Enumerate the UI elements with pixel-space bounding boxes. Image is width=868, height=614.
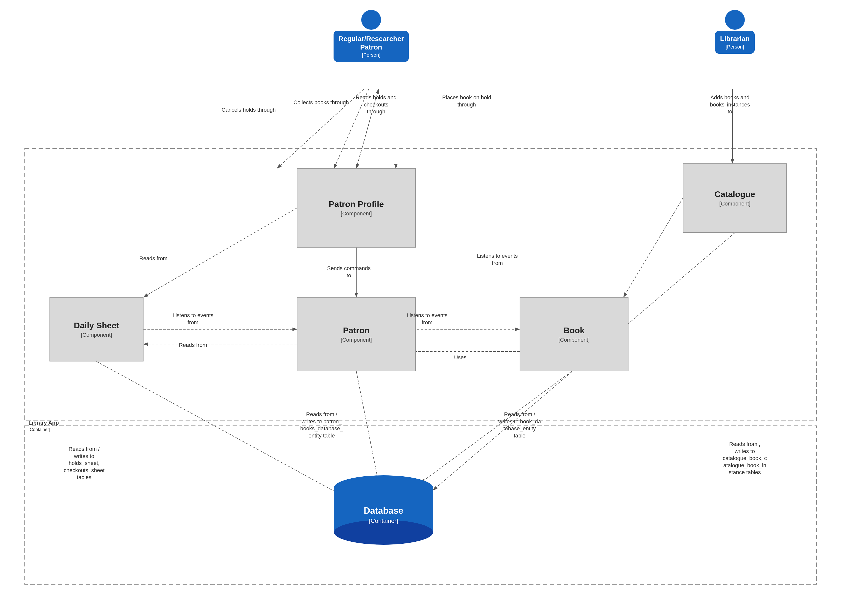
reads-writes-catalogue-label: Reads from ,writes tocatalogue_book, cat…: [708, 441, 782, 476]
library-app-label: Library App [Container]: [28, 420, 59, 432]
adds-books-label: Adds books andbooks' instancesto: [698, 94, 762, 115]
sends-commands-label: Sends commandsto: [322, 265, 376, 279]
library-app-title: Library App: [28, 420, 59, 426]
diagram-container: Regular/Researcher Patron [Person] Libra…: [0, 0, 868, 614]
librarian-person: Librarian [Person]: [708, 10, 762, 54]
librarian-type: [Person]: [720, 44, 750, 50]
database-shape: Database [Container]: [334, 476, 433, 555]
reads-from-patron-label: Reads from: [168, 342, 218, 349]
patron-name: Regular/Researcher Patron: [338, 35, 404, 51]
listens-events-book-label: Listens to eventsfrom: [465, 253, 530, 267]
patron-profile-name: Patron Profile: [329, 199, 384, 209]
svg-line-12: [623, 198, 683, 297]
places-hold-label: Places book on hold through: [437, 94, 496, 108]
patron-component: Patron [Component]: [297, 297, 416, 372]
cancels-holds-label: Cancels holds through: [220, 106, 277, 113]
catalogue-name: Catalogue: [715, 190, 755, 199]
patron-profile-type: [Component]: [341, 210, 372, 217]
daily-sheet-component: Daily Sheet [Component]: [50, 297, 144, 361]
reads-writes-book-label: Reads from /writes to book_database_enti…: [485, 411, 554, 439]
book-component: Book [Component]: [519, 297, 628, 372]
svg-text:Database: Database: [364, 505, 403, 516]
daily-sheet-name: Daily Sheet: [74, 320, 119, 330]
patron-person: Regular/Researcher Patron [Person]: [341, 10, 401, 62]
svg-line-10: [144, 208, 297, 297]
daily-sheet-type: [Component]: [81, 332, 112, 338]
book-name: Book: [564, 326, 585, 335]
reads-writes-holds-label: Reads from /writes toholds_sheet,checkou…: [50, 446, 119, 481]
reads-writes-patron-books-label: Reads from /writes to patron_books_datab…: [287, 411, 356, 439]
catalogue-component: Catalogue [Component]: [683, 163, 787, 233]
svg-line-17: [356, 372, 378, 483]
uses-label: Uses: [440, 354, 480, 361]
librarian-name: Librarian: [720, 35, 750, 43]
library-app-sublabel: [Container]: [28, 427, 50, 432]
reads-holds-label: Reads holds andcheckoutsthrough: [344, 94, 408, 115]
patron-comp-type: [Component]: [341, 337, 372, 343]
patron-profile-component: Patron Profile [Component]: [297, 168, 416, 247]
patron-comp-name: Patron: [343, 326, 370, 335]
librarian-body: Librarian [Person]: [715, 31, 755, 54]
catalogue-type: [Component]: [719, 201, 750, 207]
svg-text:[Container]: [Container]: [369, 518, 398, 524]
patron-type: [Person]: [338, 52, 404, 58]
listens-events-patron2-label: Listens to eventsfrom: [395, 312, 459, 326]
patron-head-icon: [361, 10, 381, 30]
book-type: [Component]: [558, 337, 590, 343]
librarian-head-icon: [725, 10, 745, 30]
reads-from-pp-label: Reads from: [131, 255, 176, 262]
listens-events-patron-label: Listens to eventsfrom: [163, 312, 223, 326]
patron-body: Regular/Researcher Patron [Person]: [333, 31, 409, 62]
